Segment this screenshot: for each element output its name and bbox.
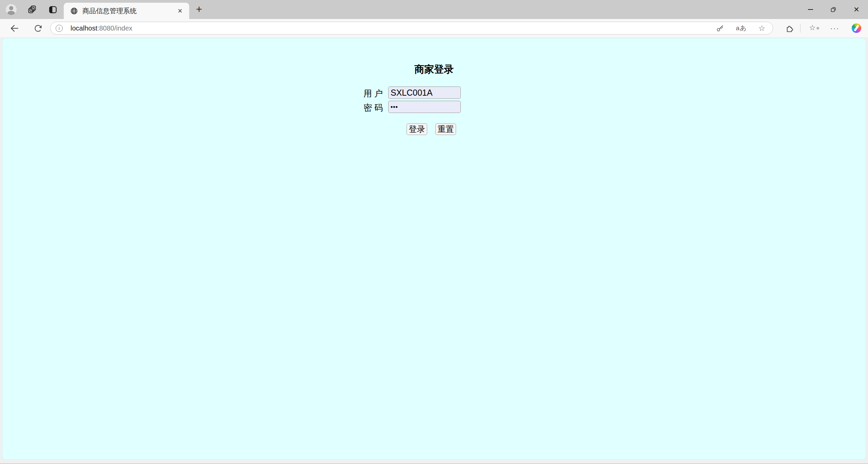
url-path: :8080/index: [97, 24, 132, 32]
extensions-icon[interactable]: [785, 23, 794, 33]
browser-window: { "browser": { "tab_title": "商品信息管理系统", …: [0, 0, 868, 464]
globe-favicon: [70, 7, 78, 15]
username-label: 用 户: [363, 88, 383, 99]
refresh-button[interactable]: [33, 23, 43, 34]
favorite-star-icon[interactable]: ☆: [758, 24, 765, 32]
toolbar-divider: [800, 24, 801, 33]
copilot-icon[interactable]: [852, 23, 861, 33]
window-controls: ×: [799, 0, 868, 19]
password-input[interactable]: [388, 101, 461, 113]
url-text: localhost:8080/index: [71, 24, 132, 32]
reset-button[interactable]: 重置: [435, 123, 456, 135]
password-label: 密 码: [363, 102, 383, 113]
url-host: localhost: [71, 24, 97, 32]
tab-title: 商品信息管理系统: [82, 6, 176, 16]
login-button[interactable]: 登录: [407, 123, 427, 135]
address-bar[interactable]: i localhost:8080/index aあ ☆: [50, 22, 773, 35]
password-key-icon[interactable]: [716, 24, 724, 32]
webpage: 商家登录 用 户 密 码 登录 重置: [2, 38, 866, 460]
settings-more-icon[interactable]: ···: [830, 23, 840, 33]
tab-close-icon[interactable]: ×: [176, 6, 184, 15]
site-info-icon[interactable]: i: [56, 25, 63, 32]
browser-content-frame: 商家登录 用 户 密 码 登录 重置: [0, 37, 868, 464]
info-glyph: i: [59, 26, 60, 31]
favorites-bar-icon[interactable]: ☆ ≡: [809, 23, 818, 33]
minimize-button[interactable]: [799, 0, 822, 19]
browser-tab[interactable]: 商品信息管理系统 ×: [64, 3, 189, 19]
favorites-star-glyph: ☆: [809, 23, 816, 32]
tab-actions-icon[interactable]: [48, 5, 58, 14]
back-button[interactable]: [9, 23, 20, 34]
translate-icon[interactable]: aあ: [736, 24, 747, 33]
favorites-lines-glyph: ≡: [816, 25, 819, 31]
browser-titlebar: 商品信息管理系统 × + ×: [0, 0, 868, 19]
address-bar-actions: aあ ☆: [716, 24, 765, 33]
page-title: 商家登录: [2, 63, 866, 76]
restore-button[interactable]: [822, 0, 845, 19]
profile-avatar[interactable]: [6, 4, 17, 15]
new-tab-button[interactable]: +: [194, 4, 204, 15]
browser-toolbar: i localhost:8080/index aあ ☆ ☆ ≡ ···: [0, 19, 868, 37]
username-input[interactable]: [388, 86, 461, 99]
close-window-button[interactable]: ×: [845, 0, 868, 19]
workspaces-icon[interactable]: [27, 5, 37, 14]
